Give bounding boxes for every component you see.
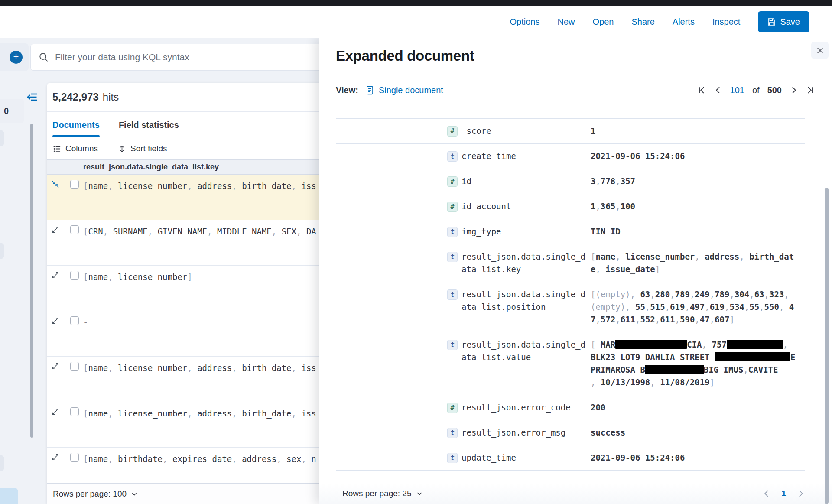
flyout-scrollbar[interactable] [825,188,829,504]
expand-document-icon[interactable] [52,362,59,370]
hits-count: 5,242,973 [52,91,99,103]
nav-open[interactable]: Open [592,17,614,27]
text-field-icon: t [447,289,458,300]
flyout-footer: Rows per page: 25 1 [319,483,832,504]
sort-fields-icon [118,145,126,153]
document-icon [365,86,374,95]
document-fields-table: # _score 1 t create_time 2021-09-06 15:2… [336,118,805,483]
expand-document-icon[interactable] [52,226,59,234]
columns-button[interactable]: Columns [53,144,98,153]
sort-fields-button[interactable]: Sort fields [118,144,167,153]
nav-alerts[interactable]: Alerts [673,17,695,27]
field-row: t result_json.data.single_data_list.valu… [336,332,805,395]
single-document-link[interactable]: Single document [379,85,443,95]
field-name: id [462,175,587,188]
row-checkbox[interactable] [70,407,79,416]
hits-label: hits [103,91,119,103]
row-checkbox[interactable] [70,316,79,325]
previous-document-button[interactable] [714,86,722,94]
row-controls [47,266,79,311]
nav-options[interactable]: Options [510,17,540,27]
expand-document-icon[interactable] [52,408,59,416]
flyout-previous-page-button[interactable] [762,489,771,498]
view-row: View: Single document [336,83,815,97]
nav-new[interactable]: New [557,17,575,27]
row-controls [47,311,79,356]
flyout-next-page-button[interactable] [796,489,805,498]
pagination-of-label: of [752,85,760,95]
collapsed-field-pill [0,243,4,259]
field-value: [ MARCIA, 757,BLK23 LOT9 DAHLIA STREET E… [591,338,799,389]
text-field-icon: t [447,151,458,162]
selected-count-badge: 0 [0,99,24,123]
nav-inspect[interactable]: Inspect [712,17,740,27]
field-row: t img_type TIN ID [336,219,805,244]
redaction-box [615,340,687,349]
first-document-button[interactable] [697,86,706,94]
collapsed-field-pill [0,130,4,146]
save-icon [767,18,776,26]
close-flyout-button[interactable] [811,42,829,59]
row-controls [47,448,79,483]
field-value: 2021-09-06 15:24:06 [591,452,799,464]
field-value: 3,778,357 [591,175,799,188]
view-label: View: [336,85,358,95]
field-name: _score [462,125,587,137]
document-pagination: 101 of 500 [697,85,815,95]
field-name: result_json.error_code [462,401,587,414]
field-name: create_time [462,150,587,163]
flyout-rows-per-page-control[interactable]: Rows per page: 25 [342,489,423,498]
row-controls [47,175,79,220]
row-checkbox[interactable] [70,453,79,462]
search-icon [39,52,49,62]
expand-document-icon[interactable] [52,317,59,325]
row-controls [47,357,79,402]
field-row: t create_time 2021-09-06 15:24:06 [336,143,805,169]
redaction-box [727,340,783,349]
collapse-document-icon[interactable] [52,180,59,188]
collapse-sidebar-icon[interactable] [26,91,38,103]
total-documents: 500 [767,85,782,95]
text-field-icon: t [447,340,458,350]
sidebar-scrollbar[interactable] [30,124,33,438]
field-row: # result_json.error_code 200 [336,395,805,420]
number-field-icon: # [447,403,458,413]
next-document-button[interactable] [790,86,798,94]
expand-document-icon[interactable] [52,453,59,461]
flyout-page-number[interactable]: 1 [781,489,786,498]
field-row: t update_time 2021-09-06 15:24:06 [336,445,805,471]
flyout-title: Expanded document [336,48,474,64]
row-controls [47,402,79,447]
tab-documents[interactable]: Documents [52,112,100,138]
app-header: Options New Open Share Alerts Inspect Sa… [0,6,832,38]
row-checkbox[interactable] [70,271,79,280]
field-value: TIN ID [591,225,799,238]
main-area: + 0 5,242,973 hits Documents Field stati… [0,38,832,504]
row-checkbox[interactable] [70,225,79,234]
row-checkbox[interactable] [70,180,79,189]
field-row: # id 3,778,357 [336,169,805,194]
browser-chrome-bar [0,0,832,6]
flyout-pagination: 1 [762,489,805,498]
columns-icon [53,145,61,153]
field-value: 1,365,100 [591,200,799,213]
row-checkbox[interactable] [70,362,79,371]
text-field-icon: t [447,453,458,463]
text-field-icon: t [447,428,458,438]
row-controls [47,220,79,265]
redaction-box [645,365,704,374]
tab-field-statistics[interactable]: Field statistics [119,112,179,138]
field-name: result_json.error_msg [462,426,587,439]
rows-per-page-control[interactable]: Rows per page: 100 [53,489,138,499]
field-value: 200 [591,401,799,414]
field-name: img_type [462,225,587,238]
field-name: id_account [462,200,587,213]
nav-share[interactable]: Share [631,17,654,27]
field-value: [(empty), 63,280,789,249,789,304,63,323,… [591,288,799,326]
add-filter-button[interactable]: + [0,43,29,71]
number-field-icon: # [447,126,458,137]
save-button[interactable]: Save [758,11,809,32]
field-value: 2021-09-06 15:24:06 [591,150,799,163]
expand-document-icon[interactable] [52,271,59,279]
last-document-button[interactable] [806,86,815,94]
